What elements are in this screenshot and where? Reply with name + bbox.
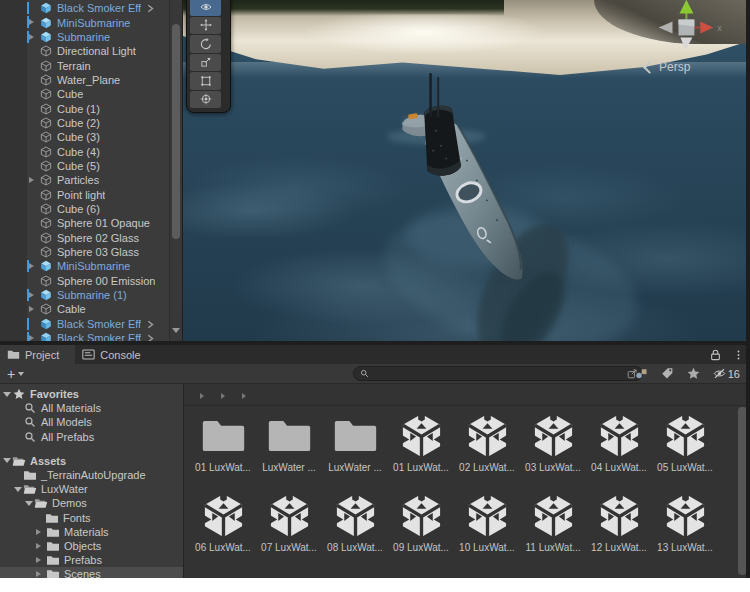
- scene-tool-button[interactable]: [190, 17, 221, 35]
- asset-item[interactable]: 07 LuxWat...: [256, 492, 322, 572]
- hierarchy-item[interactable]: Sphere 03 Glass: [0, 245, 170, 259]
- asset-item[interactable]: LuxWater ...: [256, 412, 322, 492]
- expand-arrow[interactable]: [29, 19, 37, 25]
- hierarchy-item[interactable]: Cube (5): [0, 159, 170, 173]
- tree-item[interactable]: All Materials: [0, 401, 183, 415]
- scrollbar-thumb[interactable]: [172, 24, 180, 239]
- tree-item[interactable]: Fonts: [0, 511, 183, 525]
- panel-tab[interactable]: Console: [75, 345, 156, 364]
- tree-item[interactable]: Favorites: [0, 387, 183, 401]
- tree-item[interactable]: Materials: [0, 525, 183, 539]
- hierarchy-item[interactable]: MiniSubmarine: [0, 259, 170, 273]
- scene-tool-button[interactable]: [190, 72, 221, 90]
- expand-arrow[interactable]: [3, 392, 11, 401]
- asset-item[interactable]: 06 LuxWat...: [190, 492, 256, 572]
- hierarchy-item[interactable]: Submarine (1): [0, 288, 170, 302]
- perspective-label[interactable]: Persp: [645, 60, 690, 74]
- asset-item[interactable]: 08 LuxWat...: [322, 492, 388, 572]
- collapse-arrow[interactable]: [36, 571, 44, 577]
- expand-arrow[interactable]: [29, 34, 37, 40]
- hierarchy-item[interactable]: Water_Plane: [0, 73, 170, 87]
- hierarchy-item[interactable]: Submarine: [0, 30, 170, 44]
- tree-item[interactable]: All Prefabs: [0, 430, 183, 444]
- expand-arrow[interactable]: [29, 177, 37, 183]
- hierarchy-item[interactable]: Black Smoker Eff: [0, 317, 170, 331]
- hierarchy-item[interactable]: Black Smoker Eff: [0, 331, 170, 341]
- hierarchy-item[interactable]: Cube: [0, 87, 170, 101]
- prefab-open-chevron-icon[interactable]: [147, 320, 154, 329]
- tree-item[interactable]: All Models: [0, 415, 183, 429]
- asset-item[interactable]: 03 LuxWat...: [520, 412, 586, 492]
- expand-arrow[interactable]: [25, 501, 33, 510]
- scrollbar-down-arrow[interactable]: [172, 328, 180, 337]
- tree-item[interactable]: Scenes: [0, 567, 183, 578]
- view-gizmo[interactable]: x: [659, 0, 723, 50]
- hierarchy-item[interactable]: Point light: [0, 187, 170, 201]
- hierarchy-item[interactable]: MiniSubmarine: [0, 15, 170, 29]
- scene-tool-button[interactable]: [190, 0, 221, 16]
- asset-item[interactable]: 01 LuxWat...: [388, 412, 454, 492]
- tab-icon: [7, 349, 20, 360]
- hierarchy-scrollbar[interactable]: [169, 0, 182, 341]
- search-field[interactable]: [353, 366, 643, 381]
- breadcrumb-item[interactable]: [234, 389, 255, 401]
- panel-tab[interactable]: Project: [0, 345, 75, 364]
- asset-item[interactable]: 13 LuxWat...: [652, 492, 718, 572]
- lock-icon[interactable]: [710, 349, 721, 361]
- collapse-arrow[interactable]: [36, 529, 44, 535]
- tree-item[interactable]: [0, 444, 183, 454]
- eye-crossed-icon: [713, 367, 726, 380]
- filter-by-type-icon[interactable]: [635, 367, 648, 380]
- hierarchy-item[interactable]: Sphere 02 Glass: [0, 231, 170, 245]
- collapse-arrow[interactable]: [36, 557, 44, 563]
- scene-tool-button[interactable]: [190, 91, 221, 109]
- asset-item[interactable]: 09 LuxWat...: [388, 492, 454, 572]
- tree-item[interactable]: _TerrainAutoUpgrade: [0, 468, 183, 482]
- hidden-count-toggle[interactable]: 16: [713, 367, 740, 380]
- hierarchy-item[interactable]: Cube (2): [0, 116, 170, 130]
- prefab-open-chevron-icon[interactable]: [147, 334, 154, 341]
- tree-item[interactable]: Prefabs: [0, 553, 183, 567]
- scene-tool-button[interactable]: [190, 54, 221, 72]
- hierarchy-item[interactable]: Cable: [0, 302, 170, 316]
- tree-item[interactable]: LuxWater: [0, 482, 183, 496]
- asset-item[interactable]: 02 LuxWat...: [454, 412, 520, 492]
- hierarchy-item[interactable]: Cube (3): [0, 130, 170, 144]
- hierarchy-item[interactable]: Cube (1): [0, 101, 170, 115]
- tree-item[interactable]: Objects: [0, 539, 183, 553]
- expand-arrow[interactable]: [29, 335, 37, 341]
- asset-item[interactable]: 05 LuxWat...: [652, 412, 718, 492]
- asset-item[interactable]: 01 LuxWat...: [190, 412, 256, 492]
- scene-view[interactable]: x Persp: [183, 0, 746, 341]
- breadcrumb-item[interactable]: [192, 389, 213, 401]
- asset-item[interactable]: 11 LuxWat...: [520, 492, 586, 572]
- search-input[interactable]: [372, 368, 627, 379]
- breadcrumb-item[interactable]: [213, 389, 234, 401]
- create-add-button[interactable]: +: [7, 367, 24, 381]
- collapse-arrow[interactable]: [36, 543, 44, 549]
- expand-arrow[interactable]: [29, 306, 37, 312]
- hierarchy-item[interactable]: Directional Light: [0, 44, 170, 58]
- expand-arrow[interactable]: [29, 292, 37, 298]
- kebab-menu-icon[interactable]: [733, 349, 744, 361]
- asset-item[interactable]: LuxWater ...: [322, 412, 388, 492]
- tree-item[interactable]: Assets: [0, 454, 183, 468]
- hierarchy-item[interactable]: Sphere 00 Emission: [0, 274, 170, 288]
- asset-item[interactable]: 04 LuxWat...: [586, 412, 652, 492]
- hierarchy-item[interactable]: Terrain: [0, 58, 170, 72]
- expand-arrow[interactable]: [3, 458, 11, 467]
- favorites-star-icon[interactable]: [687, 367, 700, 380]
- prefab-open-chevron-icon[interactable]: [147, 4, 154, 13]
- hierarchy-item[interactable]: Particles: [0, 173, 170, 187]
- hierarchy-item[interactable]: Cube (4): [0, 144, 170, 158]
- hierarchy-item[interactable]: Sphere 01 Opaque: [0, 216, 170, 230]
- expand-arrow[interactable]: [14, 487, 22, 496]
- asset-item[interactable]: 10 LuxWat...: [454, 492, 520, 572]
- hierarchy-item[interactable]: Cube (6): [0, 202, 170, 216]
- expand-arrow[interactable]: [29, 263, 37, 269]
- hierarchy-item[interactable]: Black Smoker Eff: [0, 1, 170, 15]
- label-icon[interactable]: [661, 367, 674, 380]
- asset-item[interactable]: 12 LuxWat...: [586, 492, 652, 572]
- scene-tool-button[interactable]: [190, 35, 221, 53]
- tree-item[interactable]: Demos: [0, 496, 183, 510]
